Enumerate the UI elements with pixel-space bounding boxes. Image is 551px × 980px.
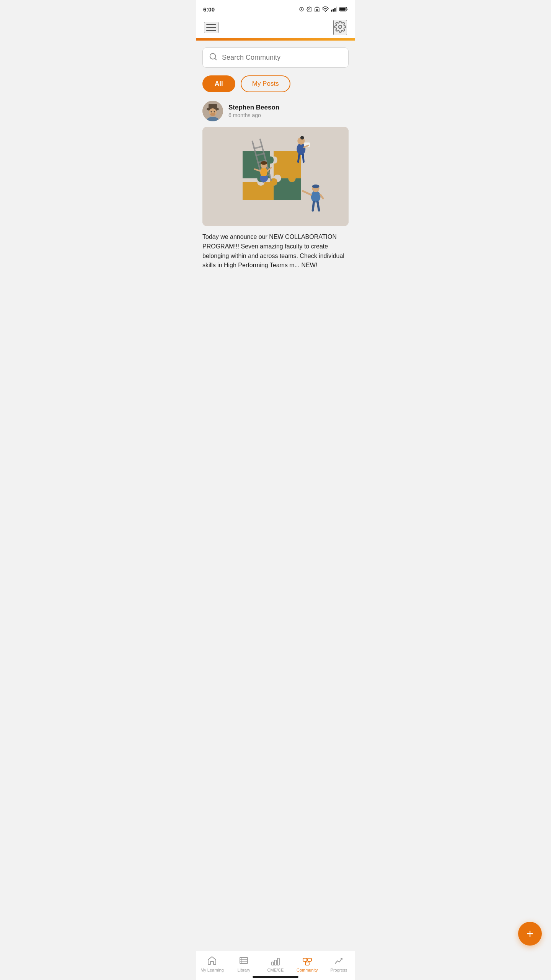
- svg-rect-10: [340, 8, 346, 11]
- svg-point-11: [339, 25, 342, 28]
- status-bar: 6:00: [196, 0, 355, 17]
- svg-rect-7: [334, 8, 336, 12]
- svg-point-32: [300, 136, 304, 140]
- svg-point-44: [312, 185, 320, 188]
- avatar: [202, 101, 223, 121]
- svg-point-1: [301, 8, 302, 10]
- search-input[interactable]: [222, 54, 342, 62]
- top-navigation: [196, 17, 355, 38]
- signal-icon: [331, 7, 337, 12]
- svg-line-45: [313, 202, 314, 211]
- svg-point-37: [260, 167, 267, 177]
- svg-line-13: [215, 58, 216, 60]
- svg-point-18: [211, 111, 212, 113]
- svg-rect-3: [316, 9, 318, 11]
- hamburger-menu-button[interactable]: [204, 22, 218, 33]
- search-container[interactable]: [202, 47, 349, 68]
- post-author: Stephen Beeson 6 months ago: [202, 101, 349, 121]
- svg-rect-8: [336, 7, 337, 12]
- sim-icon: [315, 7, 320, 12]
- status-icons: [299, 7, 348, 12]
- svg-point-4: [325, 11, 326, 12]
- all-filter-button[interactable]: All: [202, 75, 235, 92]
- post-text: Today we announce our NEW COLLABORATION …: [202, 232, 349, 270]
- svg-rect-5: [331, 10, 332, 12]
- svg-rect-6: [333, 9, 334, 11]
- svg-point-42: [311, 191, 321, 203]
- svg-point-39: [261, 161, 267, 165]
- status-time: 6:00: [203, 6, 215, 13]
- settings-button[interactable]: [333, 20, 347, 35]
- svg-point-19: [214, 111, 215, 113]
- settings-small-icon: [306, 7, 312, 12]
- svg-line-34: [303, 155, 304, 162]
- wifi-icon: [322, 7, 329, 12]
- my-posts-filter-button[interactable]: My Posts: [241, 75, 290, 92]
- location-icon: [299, 7, 304, 12]
- post-time: 6 months ago: [228, 112, 279, 118]
- author-info: Stephen Beeson 6 months ago: [228, 104, 279, 118]
- search-icon: [209, 52, 217, 63]
- svg-rect-22: [202, 129, 349, 224]
- svg-line-33: [298, 155, 299, 162]
- battery-icon: [339, 7, 348, 11]
- filter-buttons: All My Posts: [202, 75, 349, 92]
- main-content: All My Posts: [196, 41, 355, 270]
- svg-line-46: [318, 202, 319, 211]
- svg-point-20: [210, 113, 215, 116]
- author-name: Stephen Beeson: [228, 104, 279, 111]
- post-card: Stephen Beeson 6 months ago: [202, 101, 349, 270]
- post-image: [202, 127, 349, 226]
